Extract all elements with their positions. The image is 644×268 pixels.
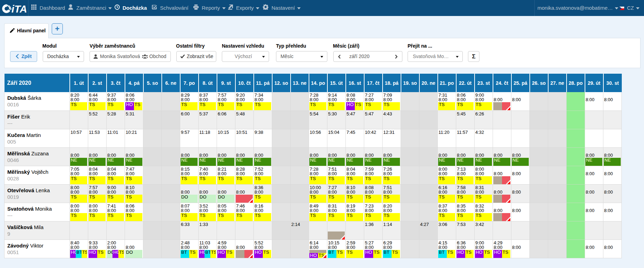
svg-text:iTA: iTA <box>11 3 27 15</box>
